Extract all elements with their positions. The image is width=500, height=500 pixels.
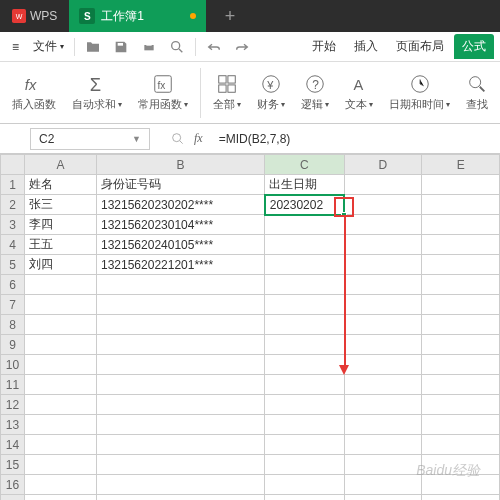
cell[interactable]	[265, 335, 344, 355]
cell[interactable]	[422, 335, 500, 355]
cell[interactable]	[96, 295, 264, 315]
cell[interactable]	[265, 435, 344, 455]
cell[interactable]	[344, 195, 422, 215]
cell[interactable]	[24, 495, 96, 501]
cell[interactable]	[344, 395, 422, 415]
autosum-button[interactable]: Σ 自动求和▾	[64, 69, 130, 116]
cell[interactable]	[24, 475, 96, 495]
cell[interactable]	[344, 495, 422, 501]
cell[interactable]	[344, 435, 422, 455]
text-button[interactable]: A 文本▾	[337, 69, 381, 116]
formula-input[interactable]: =MID(B2,7,8)	[211, 132, 291, 146]
row-header[interactable]: 16	[1, 475, 25, 495]
row-header[interactable]: 15	[1, 455, 25, 475]
cell[interactable]	[265, 255, 344, 275]
col-header-e[interactable]: E	[422, 155, 500, 175]
select-all-corner[interactable]	[1, 155, 25, 175]
name-box[interactable]: C2 ▼	[30, 128, 150, 150]
cell[interactable]	[422, 275, 500, 295]
cell[interactable]	[344, 375, 422, 395]
cell[interactable]	[422, 395, 500, 415]
cell[interactable]: 出生日期	[265, 175, 344, 195]
row-header[interactable]: 11	[1, 375, 25, 395]
cell[interactable]	[265, 355, 344, 375]
preview-button[interactable]	[163, 35, 191, 59]
cell[interactable]	[344, 315, 422, 335]
cell[interactable]	[344, 475, 422, 495]
cell[interactable]: 李四	[24, 215, 96, 235]
cell[interactable]	[24, 335, 96, 355]
cell[interactable]	[422, 495, 500, 501]
cell[interactable]	[265, 395, 344, 415]
row-header[interactable]: 2	[1, 195, 25, 215]
cell[interactable]	[422, 375, 500, 395]
row-header[interactable]: 4	[1, 235, 25, 255]
common-functions-button[interactable]: fx 常用函数▾	[130, 69, 196, 116]
cell[interactable]	[344, 415, 422, 435]
cell[interactable]	[24, 275, 96, 295]
cell[interactable]: 13215620221201****	[96, 255, 264, 275]
undo-button[interactable]	[200, 35, 228, 59]
cell[interactable]	[265, 215, 344, 235]
fx-label[interactable]: fx	[194, 131, 203, 146]
row-header[interactable]: 13	[1, 415, 25, 435]
cell[interactable]	[344, 235, 422, 255]
row-header[interactable]: 1	[1, 175, 25, 195]
cell[interactable]	[96, 395, 264, 415]
cell[interactable]	[265, 275, 344, 295]
cell[interactable]	[265, 475, 344, 495]
cell[interactable]: 王五	[24, 235, 96, 255]
cell[interactable]	[422, 175, 500, 195]
cell[interactable]	[24, 455, 96, 475]
cell[interactable]	[96, 315, 264, 335]
print-button[interactable]	[135, 35, 163, 59]
cell[interactable]: 13215620230202****	[96, 195, 264, 215]
cell[interactable]	[422, 435, 500, 455]
cell[interactable]	[344, 295, 422, 315]
cell[interactable]	[422, 255, 500, 275]
cell[interactable]	[24, 395, 96, 415]
tab-insert[interactable]: 插入	[346, 34, 386, 59]
cell[interactable]	[344, 335, 422, 355]
row-header[interactable]: 7	[1, 295, 25, 315]
row-header[interactable]: 8	[1, 315, 25, 335]
all-functions-button[interactable]: 全部▾	[205, 69, 249, 116]
cell[interactable]	[344, 355, 422, 375]
cell[interactable]	[24, 315, 96, 335]
tab-start[interactable]: 开始	[304, 34, 344, 59]
cell[interactable]	[344, 255, 422, 275]
col-header-d[interactable]: D	[344, 155, 422, 175]
file-menu[interactable]: 文件▾	[27, 34, 70, 59]
cell[interactable]	[265, 495, 344, 501]
cell[interactable]	[265, 235, 344, 255]
cell[interactable]	[344, 455, 422, 475]
cell[interactable]	[96, 475, 264, 495]
new-tab-button[interactable]: +	[214, 0, 246, 32]
row-header[interactable]: 17	[1, 495, 25, 501]
row-header[interactable]: 10	[1, 355, 25, 375]
row-header[interactable]: 5	[1, 255, 25, 275]
tab-formula[interactable]: 公式	[454, 34, 494, 59]
lookup-button[interactable]: 查找	[458, 69, 496, 116]
cell[interactable]	[24, 295, 96, 315]
cell[interactable]: 姓名	[24, 175, 96, 195]
cell[interactable]	[96, 375, 264, 395]
open-button[interactable]	[79, 35, 107, 59]
cell[interactable]	[96, 415, 264, 435]
cell[interactable]	[24, 435, 96, 455]
cell[interactable]	[344, 275, 422, 295]
row-header[interactable]: 14	[1, 435, 25, 455]
row-header[interactable]: 9	[1, 335, 25, 355]
document-tab[interactable]: S 工作簿1	[69, 0, 206, 32]
cell[interactable]	[422, 355, 500, 375]
logical-button[interactable]: ? 逻辑▾	[293, 69, 337, 116]
cell[interactable]: 刘四	[24, 255, 96, 275]
cell[interactable]	[96, 455, 264, 475]
cell[interactable]	[265, 455, 344, 475]
cell[interactable]: 张三	[24, 195, 96, 215]
cell[interactable]	[265, 415, 344, 435]
cell[interactable]	[422, 415, 500, 435]
row-header[interactable]: 3	[1, 215, 25, 235]
save-button[interactable]	[107, 35, 135, 59]
cell[interactable]	[422, 215, 500, 235]
